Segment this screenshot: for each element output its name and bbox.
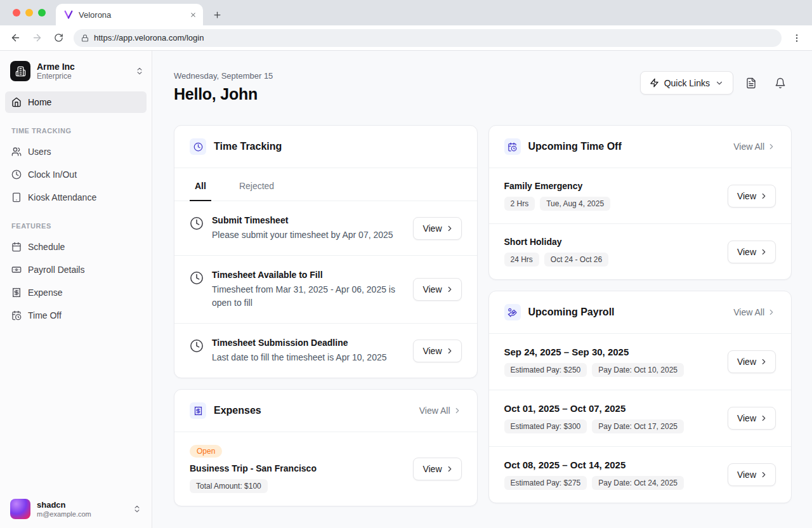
view-button[interactable]: View — [728, 185, 776, 208]
page-title: Hello, John — [174, 85, 273, 103]
estimated-pay-pill: Estimated Pay: $250 — [504, 363, 587, 377]
tab-all[interactable]: All — [190, 180, 211, 201]
clock-icon — [190, 271, 204, 285]
list-item: Oct 08, 2025 – Oct 14, 2025 Estimated Pa… — [489, 447, 792, 503]
view-button[interactable]: View — [728, 407, 776, 430]
item-description: Timesheet from Mar 31, 2025 - Apr 06, 20… — [212, 283, 401, 309]
view-all-link[interactable]: View All — [733, 142, 776, 152]
item-title: Short Holiday — [504, 237, 723, 247]
list-item: Timesheet Submission Deadline Last date … — [174, 324, 477, 378]
item-title: Sep 24, 2025 – Sep 30, 2025 — [504, 346, 723, 357]
home-icon — [11, 97, 22, 107]
clock-icon — [190, 339, 204, 353]
view-button[interactable]: View — [728, 463, 776, 486]
sidebar-item-home[interactable]: Home — [5, 91, 147, 113]
item-title: Business Trip - San Francisco — [190, 463, 408, 473]
estimated-pay-pill: Estimated Pay: $275 — [504, 476, 587, 490]
amount-pill: Total Amount: $100 — [190, 479, 268, 493]
calendar-icon — [11, 242, 22, 252]
banknote-icon — [11, 265, 22, 275]
duration-pill: 2 Hrs — [504, 197, 535, 211]
view-button[interactable]: View — [413, 217, 461, 240]
sidebar-item-label: Payroll Details — [28, 265, 84, 275]
chevron-right-icon — [767, 142, 776, 151]
view-button[interactable]: View — [413, 278, 461, 301]
list-item: Oct 01, 2025 – Oct 07, 2025 Estimated Pa… — [489, 390, 792, 447]
bell-icon — [775, 77, 786, 89]
browser-toolbar: https://app.velorona.com/login — [0, 25, 812, 51]
sidebar-section-title: FEATURES — [0, 209, 152, 235]
back-button[interactable] — [6, 29, 24, 47]
sidebar-item-label: Schedule — [28, 242, 65, 252]
tab-close-icon[interactable] — [188, 10, 198, 20]
pay-date-pill: Pay Date: Oct 24, 2025 — [592, 476, 684, 490]
sidebar-item-label: Clock In/Out — [28, 169, 77, 180]
status-badge: Open — [190, 445, 222, 458]
chevron-right-icon — [445, 346, 454, 355]
current-date: Wednesday, September 15 — [174, 71, 273, 81]
view-button[interactable]: View — [413, 458, 461, 480]
user-menu[interactable]: shadcn m@example.com — [0, 490, 152, 528]
upcoming-payroll-card: Upcoming Payroll View All Sep 24, 2025 –… — [488, 291, 792, 503]
sidebar-item-payroll-details[interactable]: Payroll Details — [5, 259, 147, 280]
list-item: Open Business Trip - San Francisco Total… — [174, 432, 477, 506]
window-close-button[interactable] — [13, 9, 20, 16]
reload-button[interactable] — [49, 29, 67, 47]
main-content: Wednesday, September 15 Hello, John Quic… — [152, 51, 812, 528]
card-title: Time Tracking — [214, 141, 462, 152]
receipt-icon — [11, 287, 22, 298]
org-switcher[interactable]: Arme Inc Enterprice — [0, 58, 152, 90]
view-button[interactable]: View — [413, 340, 461, 362]
window-minimize-button[interactable] — [25, 9, 33, 16]
clock-icon — [11, 169, 22, 180]
quick-links-button[interactable]: Quick Links — [640, 71, 733, 95]
user-email: m@example.com — [37, 510, 126, 518]
date-pill: Tue, Aug 4, 2025 — [540, 197, 610, 211]
view-all-link[interactable]: View All — [419, 406, 462, 416]
view-button[interactable]: View — [728, 350, 776, 373]
forward-button[interactable] — [28, 29, 46, 47]
avatar — [10, 499, 30, 519]
item-title: Oct 08, 2025 – Oct 14, 2025 — [504, 459, 723, 470]
item-title: Timesheet Available to Fill — [212, 270, 401, 280]
item-title: Submit Timesheet — [212, 215, 401, 225]
item-title: Timesheet Submission Deadline — [212, 338, 401, 348]
view-all-link[interactable]: View All — [733, 307, 776, 317]
list-item: Sep 24, 2025 – Sep 30, 2025 Estimated Pa… — [489, 334, 792, 390]
tab-title: Velorona — [79, 10, 183, 20]
sidebar-item-label: Time Off — [28, 310, 62, 320]
browser-menu-button[interactable] — [788, 29, 806, 47]
sidebar-item-expense[interactable]: Expense — [5, 282, 147, 303]
view-button[interactable]: View — [728, 241, 776, 263]
building-icon — [15, 66, 26, 77]
browser-chrome: Velorona https://app.velorona.com/login — [0, 0, 812, 51]
zap-icon — [650, 78, 659, 88]
sidebar-item-schedule[interactable]: Schedule — [5, 236, 147, 258]
tab-rejected[interactable]: Rejected — [234, 180, 279, 201]
file-text-icon — [745, 77, 757, 89]
estimated-pay-pill: Estimated Pay: $300 — [504, 419, 587, 433]
sidebar-item-label: Users — [28, 147, 51, 157]
sidebar-item-label: Expense — [28, 287, 62, 298]
sidebar-item-kiosk-attendance[interactable]: Kiosk Attendance — [5, 187, 147, 208]
documents-button[interactable] — [740, 71, 763, 95]
sidebar-item-clock-in-out[interactable]: Clock In/Out — [5, 164, 147, 185]
org-name: Arme Inc — [37, 62, 129, 72]
list-item: Submit Timesheet Please submit your time… — [174, 201, 477, 256]
duration-pill: 24 Hrs — [504, 253, 539, 267]
new-tab-button[interactable] — [208, 6, 226, 23]
sidebar-item-time-off[interactable]: Time Off — [5, 305, 147, 326]
header-actions: Quick Links — [640, 71, 792, 103]
chevrons-up-down-icon — [133, 505, 141, 513]
list-item: Short Holiday 24 Hrs Oct 24 - Oct 26 Vie… — [489, 224, 792, 279]
list-item: Family Emergency 2 Hrs Tue, Aug 4, 2025 … — [489, 168, 792, 224]
chevrons-up-down-icon — [135, 67, 144, 76]
sidebar-nav: Home TIME TRACKING Users Clock In/Out K — [0, 90, 152, 327]
chevron-right-icon — [759, 357, 768, 366]
notifications-button[interactable] — [769, 71, 792, 95]
chevron-right-icon — [767, 308, 776, 317]
window-zoom-button[interactable] — [38, 9, 46, 16]
sidebar-item-users[interactable]: Users — [5, 141, 147, 162]
browser-tab[interactable]: Velorona — [56, 4, 203, 25]
address-bar[interactable]: https://app.velorona.com/login — [74, 29, 782, 47]
